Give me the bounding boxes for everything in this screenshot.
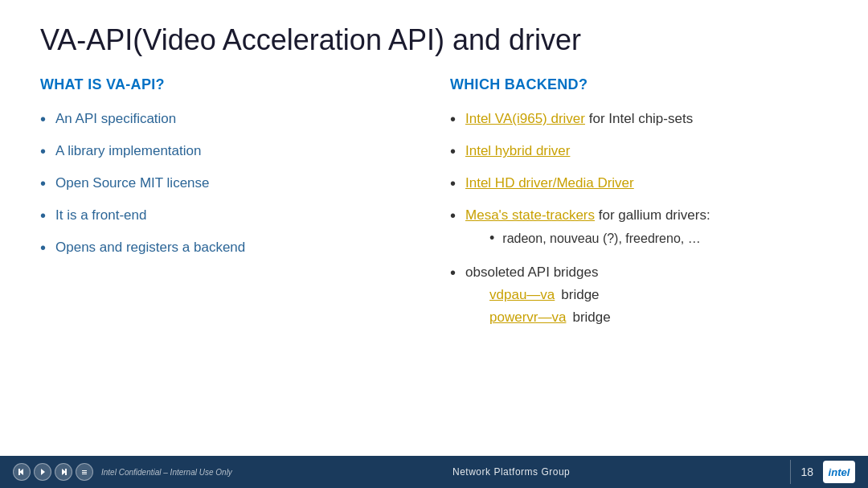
list-item: Intel VA(i965) driver for Intel chip-set… [450,109,828,130]
list-item: obsoleted API bridges vdpau—va bridge po… [450,263,828,326]
bridge-vdpau: vdpau—va bridge [465,285,611,305]
footer-right: 18 intel [790,460,855,484]
prev-button[interactable] [13,463,31,481]
link-intel-hybrid[interactable]: Intel hybrid driver [465,143,570,158]
page-number: 18 [800,465,813,478]
svg-rect-5 [82,470,87,471]
list-item: It is a front-end [40,206,418,227]
right-heading: WHICH BACKEND? [450,76,828,93]
link-powervr[interactable]: powervr—va [489,308,566,327]
list-item: Mesa's state-trackers for gallium driver… [450,206,828,252]
right-bullet-list: Intel VA(i965) driver for Intel chip-set… [450,109,828,326]
svg-marker-2 [41,469,45,475]
next-button[interactable] [55,463,72,481]
link-intel-va-driver[interactable]: Intel VA(i965) driver [465,111,585,126]
slide: VA-API(Video Acceleration API) and drive… [0,0,868,488]
list-item: Intel HD driver/Media Driver [450,174,828,195]
list-item: radeon, nouveau (?), freedreno, … [489,230,710,248]
link-text-rest: for Intel chip-sets [585,111,693,126]
obsolete-text: obsoleted API bridges [465,263,611,282]
svg-rect-6 [82,472,87,473]
bridge-powervr: powervr—va bridge [465,308,611,327]
media-controls [13,463,93,481]
two-columns: WHAT IS VA-API? An API specification A l… [40,76,828,338]
svg-rect-1 [18,469,20,475]
divider [790,460,791,484]
slide-title: VA-API(Video Acceleration API) and drive… [40,23,828,57]
footer-left: Intel Confidential – Internal Use Only [13,463,232,481]
slide-content: VA-API(Video Acceleration API) and drive… [0,0,868,456]
list-item: Open Source MIT license [40,174,418,195]
footer-center-label: Network Platforms Group [452,466,570,478]
link-mesa[interactable]: Mesa's state-trackers [465,207,595,223]
list-item: An API specification [40,109,418,130]
link-vdpau[interactable]: vdpau—va [489,285,555,305]
link-intel-hd[interactable]: Intel HD driver/Media Driver [465,175,634,191]
footer: Intel Confidential – Internal Use Only N… [0,456,868,488]
right-column: WHICH BACKEND? Intel VA(i965) driver for… [450,76,828,338]
play-button[interactable] [34,463,51,481]
confidential-label: Intel Confidential – Internal Use Only [101,468,232,477]
svg-rect-7 [82,474,87,474]
left-bullet-list: An API specification A library implement… [40,109,418,259]
list-item: Intel hybrid driver [450,141,828,162]
menu-button[interactable] [76,463,93,481]
sub-bullet-list: radeon, nouveau (?), freedreno, … [465,230,710,248]
list-item: Opens and registers a backend [40,238,418,259]
left-column: WHAT IS VA-API? An API specification A l… [40,76,418,338]
svg-rect-4 [65,469,67,475]
list-item: A library implementation [40,141,418,162]
left-heading: WHAT IS VA-API? [40,76,418,93]
intel-logo: intel [823,461,855,483]
